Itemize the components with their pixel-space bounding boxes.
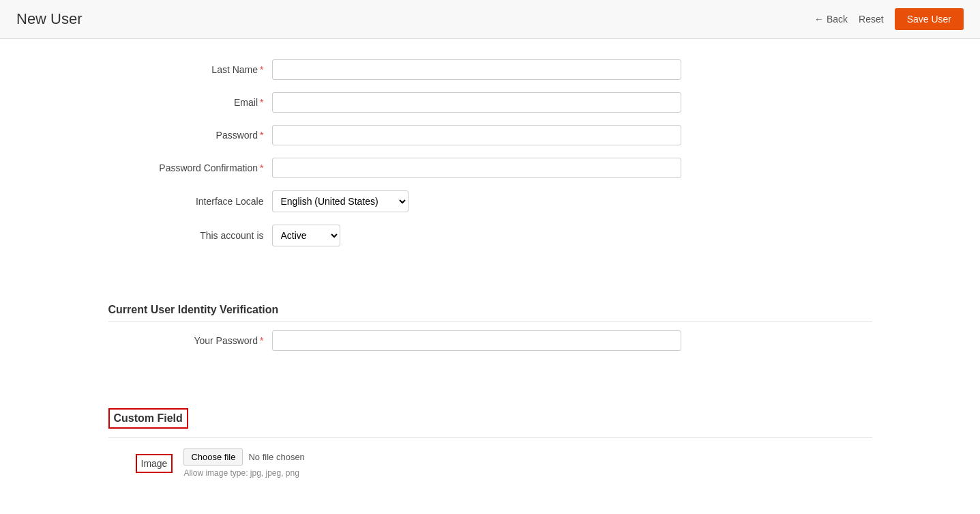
account-status-label: This account is xyxy=(108,230,272,241)
form-container: Last Name* Email* Password* Password Con… xyxy=(81,39,900,498)
verification-section-header: Current User Identity Verification xyxy=(108,304,872,322)
your-password-row: Your Password* xyxy=(108,330,872,351)
page-title: New User xyxy=(16,10,83,28)
password-confirm-row: Password Confirmation* xyxy=(108,158,872,178)
interface-locale-row: Interface Locale English (United States) xyxy=(108,190,872,212)
password-required: * xyxy=(260,130,263,141)
password-label: Password* xyxy=(108,130,272,141)
password-input[interactable] xyxy=(272,125,681,145)
interface-locale-select[interactable]: English (United States) xyxy=(272,190,409,212)
password-confirm-required: * xyxy=(260,162,263,173)
custom-field-section: Custom Field Image Choose file No file c… xyxy=(108,408,872,478)
password-confirm-input[interactable] xyxy=(272,158,681,178)
allow-image-types-text: Allow image type: jpg, jpeg, png xyxy=(183,468,304,478)
choose-file-button[interactable]: Choose file xyxy=(183,448,243,466)
custom-field-divider xyxy=(108,437,872,438)
your-password-label: Your Password* xyxy=(108,335,272,346)
account-status-select[interactable]: Active xyxy=(272,225,340,246)
page-header: New User ← Back Reset Save User xyxy=(0,0,980,39)
last-name-label: Last Name* xyxy=(108,64,272,75)
reset-button[interactable]: Reset xyxy=(859,14,884,25)
email-row: Email* xyxy=(108,92,872,113)
your-password-input[interactable] xyxy=(272,330,681,351)
interface-locale-label: Interface Locale xyxy=(108,196,272,207)
back-button[interactable]: ← Back xyxy=(814,14,848,25)
your-password-required: * xyxy=(260,335,263,346)
custom-field-title: Custom Field xyxy=(108,408,188,429)
last-name-required: * xyxy=(260,64,263,75)
password-row: Password* xyxy=(108,125,872,145)
image-row: Image Choose file No file chosen Allow i… xyxy=(108,448,872,478)
file-input-row: Choose file No file chosen xyxy=(183,448,304,466)
account-status-row: This account is Active xyxy=(108,225,872,246)
email-input[interactable] xyxy=(272,92,681,113)
email-required: * xyxy=(260,97,263,108)
file-input-wrapper: Choose file No file chosen Allow image t… xyxy=(183,448,304,478)
email-label: Email* xyxy=(108,97,272,108)
verification-section-title: Current User Identity Verification xyxy=(108,304,872,322)
save-user-button[interactable]: Save User xyxy=(895,8,964,30)
last-name-row: Last Name* xyxy=(108,59,872,80)
last-name-input[interactable] xyxy=(272,59,681,80)
header-actions: ← Back Reset Save User xyxy=(814,8,964,30)
image-label: Image xyxy=(136,454,173,473)
password-confirm-label: Password Confirmation* xyxy=(108,162,272,173)
no-file-text: No file chosen xyxy=(248,452,304,462)
